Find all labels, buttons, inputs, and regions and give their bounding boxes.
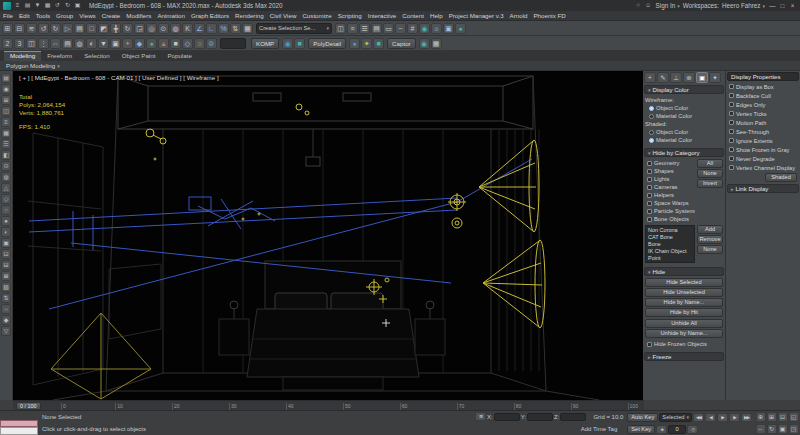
side-tool-icon[interactable]: ◇	[1, 194, 11, 204]
percent-snap-icon[interactable]: %	[218, 23, 229, 34]
menu-item[interactable]: Civil View	[267, 12, 300, 19]
radio-option[interactable]: Object Color	[645, 128, 723, 136]
menu-item[interactable]: Content	[399, 12, 427, 19]
angle-snap-icon[interactable]: ∟	[206, 23, 217, 34]
select-and-rotate-icon[interactable]: ↻	[122, 23, 133, 34]
select-and-link-icon[interactable]: ⊞	[2, 23, 13, 34]
schematic-view-icon[interactable]: #	[407, 23, 418, 34]
komp-tool-icon[interactable]: ◉	[282, 38, 293, 49]
set-key-button[interactable]: Set Key	[627, 425, 655, 434]
go-to-end-icon[interactable]: ▶▶	[741, 413, 752, 422]
polydetail-button[interactable]: PolyDetail	[308, 38, 346, 49]
display-tab[interactable]: ▣	[696, 72, 708, 83]
add-time-tag[interactable]: Add Time Tag	[581, 426, 624, 432]
detail-light-icon[interactable]: ✦	[361, 38, 372, 49]
captor-button[interactable]: Captor	[387, 38, 416, 49]
open-file-icon[interactable]: ▼	[33, 1, 42, 10]
plugin-a-icon[interactable]: +	[122, 38, 133, 49]
property-checkbox[interactable]: Edges Only	[727, 100, 799, 109]
side-tool-icon[interactable]: ◫	[1, 106, 11, 116]
use-pivot-center-icon[interactable]: ⊙	[158, 23, 169, 34]
zoom-extents-icon[interactable]: ⊡	[778, 412, 788, 422]
side-tool-icon[interactable]: ⊟	[1, 260, 11, 270]
key-mode-combo[interactable]: Selected	[659, 413, 692, 422]
create-tab[interactable]: +	[644, 72, 656, 83]
snap-3d-icon[interactable]: 3	[14, 38, 25, 49]
field-of-view-icon[interactable]: ◳	[789, 424, 799, 434]
category-button[interactable]: All	[697, 159, 723, 168]
property-checkbox[interactable]: See-Through	[727, 127, 799, 136]
motion-tab[interactable]: ⊚	[683, 72, 695, 83]
selection-lock-toggle-icon[interactable]: ⊠	[475, 412, 486, 421]
redo-icon[interactable]: ↻	[50, 23, 61, 34]
hide-button[interactable]: Hide by Hit	[645, 308, 723, 317]
hide-button[interactable]: Hide Selected	[645, 278, 723, 287]
category-checkbox[interactable]: Shapes	[645, 167, 695, 175]
menu-item[interactable]: File	[0, 12, 16, 19]
render-production-icon[interactable]: ●	[455, 23, 466, 34]
select-by-name-icon[interactable]: ▤	[74, 23, 85, 34]
mirror-icon[interactable]: ◫	[335, 23, 346, 34]
hierarchy-tab[interactable]: ⊥	[670, 72, 682, 83]
radio-option[interactable]: Material Color	[645, 112, 723, 120]
go-to-start-icon[interactable]: ◀◀	[693, 413, 704, 422]
side-tool-icon[interactable]: ○	[1, 205, 11, 215]
minimize-button[interactable]: —	[768, 2, 777, 9]
play-icon[interactable]: ▶	[717, 413, 728, 422]
viewport[interactable]: [ + ] [ MdEgypt - Bedroom - 608 - CAM 01…	[13, 71, 643, 400]
list-item[interactable]: Non Corona	[648, 227, 692, 234]
side-tool-icon[interactable]: ⊡	[1, 249, 11, 259]
property-checkbox[interactable]: Vertex Ticks	[727, 109, 799, 118]
unhide-button[interactable]: Unhide All	[645, 319, 723, 328]
window-crossing-icon[interactable]: ◩	[98, 23, 109, 34]
side-tool-icon[interactable]: ●	[1, 216, 11, 226]
hide-category-list[interactable]: Non CoronaCAT BoneBoneIK Chain ObjectPoi…	[645, 225, 695, 263]
zoom-icon[interactable]: ⊕	[756, 412, 766, 422]
menu-item[interactable]: Graph Editors	[188, 12, 232, 19]
viewport-layout-icon[interactable]: ▣	[110, 38, 121, 49]
edit-selection-sets-icon[interactable]: ▦	[242, 23, 253, 34]
menu-item[interactable]: Create	[99, 12, 124, 19]
close-button[interactable]: ×	[788, 2, 797, 9]
category-checkbox[interactable]: Space Warps	[645, 199, 695, 207]
orbit-icon[interactable]: ↻	[767, 424, 777, 434]
select-and-scale-icon[interactable]: ◲	[134, 23, 145, 34]
side-tool-icon[interactable]: ⊞	[1, 95, 11, 105]
hide-header[interactable]: Hide	[644, 267, 724, 276]
auto-key-button[interactable]: Auto Key	[627, 413, 658, 422]
spinner-snap-icon[interactable]: ⇅	[230, 23, 241, 34]
maximize-viewport-icon[interactable]: ▣	[778, 424, 788, 434]
plugin-g-icon[interactable]: ○	[194, 38, 205, 49]
select-and-manipulate-icon[interactable]: ◍	[170, 23, 181, 34]
side-tool-icon[interactable]: ☰	[1, 139, 11, 149]
list-button[interactable]: Add	[697, 225, 723, 234]
komp-cube-icon[interactable]: ■	[294, 38, 305, 49]
select-and-place-icon[interactable]: ◎	[146, 23, 157, 34]
select-object-icon[interactable]: ▷	[62, 23, 73, 34]
side-tool-icon[interactable]: ☼	[1, 304, 11, 314]
material-editor-icon[interactable]: ◉	[419, 23, 430, 34]
menu-item[interactable]: Customize	[299, 12, 334, 19]
named-selection-set-combo[interactable]: Create Selection Se...	[256, 23, 332, 34]
property-checkbox[interactable]: Vertex Channel Display	[727, 163, 799, 172]
save-file-icon[interactable]: ▦	[43, 1, 52, 10]
ribbon-toggle-icon[interactable]: ▭	[383, 23, 394, 34]
freeze-header[interactable]: Freeze	[644, 352, 724, 361]
ribbon-tab[interactable]: Selection	[78, 51, 115, 61]
detail-cube-icon[interactable]: ■	[373, 38, 384, 49]
sign-in-button[interactable]: Sign In	[656, 2, 680, 9]
ribbon-tab[interactable]: Object Paint	[116, 51, 162, 61]
maxscript-macro-recorder[interactable]	[0, 420, 38, 427]
plugin-d-icon[interactable]: ▲	[158, 38, 169, 49]
time-config-icon[interactable]: ◷	[687, 425, 698, 434]
side-tool-icon[interactable]: ▤	[1, 73, 11, 83]
property-checkbox[interactable]: Backface Cull	[727, 91, 799, 100]
side-tool-icon[interactable]: ◆	[1, 315, 11, 325]
menu-item[interactable]: Scripting	[335, 12, 365, 19]
radio-option[interactable]: Object Color	[645, 104, 723, 112]
extra-tool-icon[interactable]: ▦	[431, 38, 442, 49]
y-coordinate-field[interactable]	[527, 413, 553, 421]
menu-item[interactable]: Help	[427, 12, 446, 19]
plugin-c-icon[interactable]: ●	[146, 38, 157, 49]
ribbon-tab[interactable]: Populate	[161, 51, 197, 61]
